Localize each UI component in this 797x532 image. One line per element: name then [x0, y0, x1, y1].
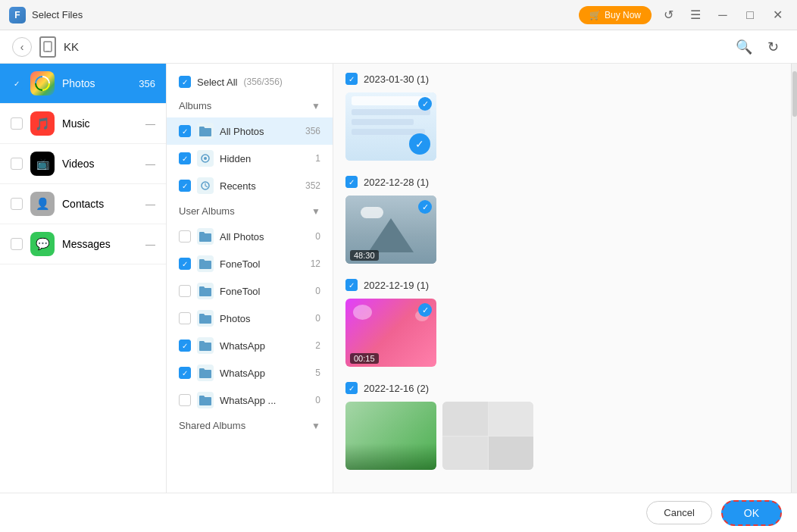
scrollbar	[791, 64, 797, 493]
album-hidden[interactable]: Hidden 1	[167, 145, 333, 172]
fonetool1-name: FoneTool	[220, 258, 305, 270]
whatsapp3-name: WhatsApp ...	[220, 395, 309, 406]
whatsapp1-checkbox[interactable]	[179, 340, 191, 352]
all-photos-name: All Photos	[220, 126, 299, 137]
albums-section-header[interactable]: Albums ▼	[167, 94, 333, 117]
menu-button[interactable]: ☰	[685, 5, 706, 26]
user-album-all-photos[interactable]: All Photos 0	[167, 223, 333, 250]
album-all-photos[interactable]: All Photos 356	[167, 117, 333, 145]
date-group-2022-12-19: 2022-12-19 (1) 00:15 ✓	[345, 279, 779, 367]
folder-icon	[197, 123, 214, 139]
recents-checkbox[interactable]	[179, 180, 191, 192]
fonetool1-checkbox[interactable]	[179, 258, 191, 270]
photo-thumb-screenshot[interactable]: ✓ ✓	[345, 92, 436, 161]
music-checkbox[interactable]	[11, 117, 23, 130]
music-icon: 🎵	[30, 111, 55, 136]
photo-duration-pink: 00:15	[350, 353, 379, 364]
user-all-photos-checkbox[interactable]	[179, 230, 191, 243]
user-album-whatsapp-2[interactable]: WhatsApp 5	[167, 359, 333, 386]
title-bar-actions: 🛒 Buy Now ↺ ☰ ─ □ ✕	[579, 5, 788, 26]
videos-checkbox[interactable]	[11, 158, 23, 170]
albums-chevron-icon: ▼	[311, 101, 320, 111]
title-bar: F Select Files 🛒 Buy Now ↺ ☰ ─ □ ✕	[0, 0, 797, 30]
date-header-2023-01-30: 2023-01-30 (1)	[345, 73, 779, 85]
sidebar-item-photos[interactable]: Photos 356	[0, 64, 166, 104]
user-album-fonetool-1[interactable]: FoneTool 12	[167, 250, 333, 277]
photos-album-name: Photos	[220, 313, 309, 324]
photos-checkbox[interactable]	[11, 77, 23, 89]
photo-thumb-pink[interactable]: 00:15 ✓	[345, 299, 436, 367]
whatsapp-icon-2	[197, 365, 214, 381]
select-all-label: Select All	[197, 77, 237, 88]
fonetool1-count: 12	[311, 258, 320, 269]
hidden-name: Hidden	[220, 153, 309, 164]
whatsapp2-checkbox[interactable]	[179, 367, 191, 379]
user-album-photos[interactable]: Photos 0	[167, 305, 333, 332]
sidebar-messages-label: Messages	[62, 238, 138, 250]
user-all-photos-count: 0	[315, 231, 320, 242]
photos-album-count: 0	[315, 313, 320, 324]
date-header-2022-12-19: 2022-12-19 (1)	[345, 279, 779, 291]
back-button[interactable]: ‹	[12, 37, 32, 57]
sidebar-music-count: —	[145, 118, 155, 130]
search-button[interactable]: 🔍	[732, 35, 756, 59]
right-panel: 2023-01-30 (1) ✓ ✓	[333, 64, 791, 493]
messages-checkbox[interactable]	[11, 238, 23, 250]
maximize-button[interactable]: □	[739, 5, 761, 26]
photo-thumb-street[interactable]	[345, 402, 436, 470]
contacts-icon: 👤	[30, 192, 55, 216]
refresh-button[interactable]: ↻	[761, 35, 785, 59]
shared-albums-section-header[interactable]: Shared Albums ▼	[167, 414, 333, 437]
user-albums-section-header[interactable]: User Albums ▼	[167, 199, 333, 223]
hidden-checkbox[interactable]	[179, 152, 191, 164]
user-folder-icon-1	[197, 228, 214, 245]
sidebar-music-label: Music	[62, 117, 138, 130]
sidebar-item-contacts[interactable]: 👤 Contacts —	[0, 184, 166, 224]
recents-name: Recents	[220, 180, 299, 192]
user-folder-icon-3	[197, 283, 214, 299]
date-label-2022-12-28: 2022-12-28 (1)	[364, 177, 429, 188]
fonetool2-checkbox[interactable]	[179, 285, 191, 297]
sidebar-item-messages[interactable]: 💬 Messages —	[0, 224, 166, 264]
sidebar-item-music[interactable]: 🎵 Music —	[0, 104, 166, 144]
user-album-whatsapp-1[interactable]: WhatsApp 2	[167, 332, 333, 359]
sidebar-photos-count: 356	[139, 78, 155, 89]
whatsapp1-count: 2	[315, 340, 320, 351]
cancel-button[interactable]: Cancel	[646, 501, 711, 524]
user-album-fonetool-2[interactable]: FoneTool 0	[167, 277, 333, 305]
whatsapp-icon-3	[197, 392, 214, 408]
whatsapp-icon-1	[197, 337, 214, 354]
date-header-2022-12-28: 2022-12-28 (1)	[345, 176, 779, 188]
photo-thumb-mountain[interactable]: 48:30 ✓	[345, 196, 436, 264]
photos-album-checkbox[interactable]	[179, 312, 191, 324]
close-button[interactable]: ✕	[767, 5, 788, 26]
contacts-checkbox[interactable]	[11, 198, 23, 210]
date-checkbox-2022-12-16[interactable]	[345, 382, 358, 394]
sidebar-contacts-count: —	[145, 199, 155, 210]
photos-grid-2022-12-19: 00:15 ✓	[345, 299, 779, 367]
date-checkbox-2023-01-30[interactable]	[345, 73, 358, 85]
messages-icon: 💬	[30, 232, 55, 256]
minimize-button[interactable]: ─	[712, 5, 733, 26]
whatsapp3-checkbox[interactable]	[179, 394, 191, 406]
all-photos-checkbox[interactable]	[179, 125, 191, 137]
date-checkbox-2022-12-28[interactable]	[345, 176, 358, 188]
rotate-button[interactable]: ↺	[658, 5, 679, 26]
albums-label: Albums	[179, 100, 307, 111]
photos-grid-2022-12-16	[345, 402, 779, 470]
album-recents[interactable]: Recents 352	[167, 172, 333, 199]
sidebar-contacts-label: Contacts	[62, 198, 138, 210]
date-checkbox-2022-12-19[interactable]	[345, 279, 358, 291]
ok-button[interactable]: OK	[721, 500, 782, 526]
user-album-whatsapp-3[interactable]: WhatsApp ... 0	[167, 386, 333, 414]
select-all-checkbox[interactable]	[179, 76, 191, 88]
photos-icon	[30, 71, 55, 95]
date-label-2022-12-19: 2022-12-19 (1)	[364, 280, 429, 291]
photo-thumb-grid[interactable]	[442, 402, 533, 470]
sidebar-item-videos[interactable]: 📺 Videos —	[0, 144, 166, 184]
app-icon: F	[9, 7, 26, 23]
buy-now-button[interactable]: 🛒 Buy Now	[579, 6, 652, 24]
sub-header: ‹ KK 🔍 ↻	[0, 30, 797, 64]
select-all-row: Select All (356/356)	[167, 70, 333, 94]
header-actions: 🔍 ↻	[732, 35, 785, 59]
